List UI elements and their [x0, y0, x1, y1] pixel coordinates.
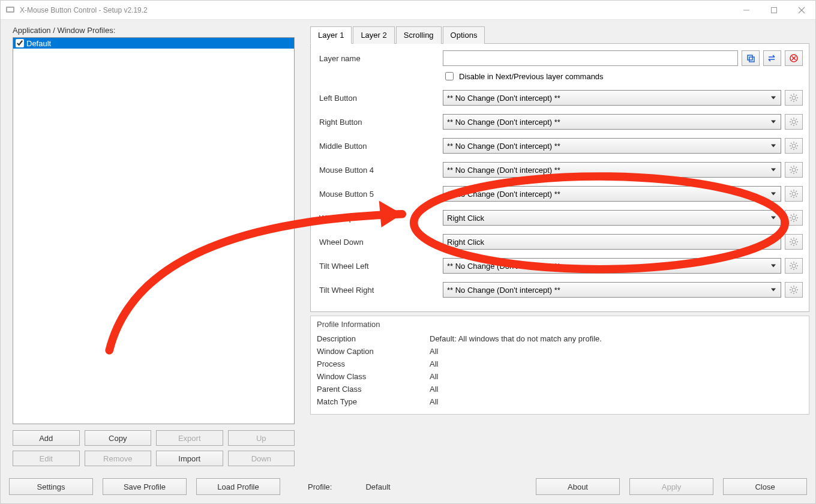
right-panel: Layer 1 Layer 2 Scrolling Options Layer …	[307, 26, 809, 472]
svg-point-11	[792, 96, 796, 100]
wheel-up-combo[interactable]: Right Click	[443, 210, 781, 226]
profile-label: Profile:	[308, 482, 332, 491]
info-description-label: Description	[317, 334, 430, 343]
disable-layer-label: Disable in Next/Previous layer commands	[459, 72, 604, 81]
info-match_type-value: All	[430, 397, 438, 406]
tab-options[interactable]: Options	[443, 26, 485, 44]
svg-point-12	[792, 120, 796, 124]
tabs: Layer 1 Layer 2 Scrolling Options	[310, 26, 809, 44]
info-window_class-label: Window Class	[317, 372, 430, 381]
right-button-label: Right Button	[317, 118, 443, 127]
svg-point-19	[792, 288, 796, 292]
tilt-left-config-button[interactable]	[785, 258, 803, 274]
left-button-combo[interactable]: ** No Change (Don't intercept) **	[443, 90, 781, 106]
profile-info-group: Profile Information Description Default:…	[310, 316, 809, 415]
mouse-button-5-combo[interactable]: ** No Change (Don't intercept) **	[443, 186, 781, 202]
svg-rect-3	[772, 7, 777, 13]
info-window_caption-label: Window Caption	[317, 347, 430, 356]
close-dialog-button[interactable]: Close	[723, 478, 807, 495]
tilt-right-config-button[interactable]	[785, 282, 803, 298]
profile-list[interactable]: Default	[13, 37, 295, 424]
edit-button: Edit	[13, 451, 80, 466]
clear-layer-button[interactable]	[785, 50, 803, 66]
titlebar: X-Mouse Button Control - Setup v2.19.2	[1, 1, 815, 20]
left-button-label: Left Button	[317, 94, 443, 103]
middle-button-label: Middle Button	[317, 142, 443, 151]
tab-body-layer1: Layer name	[310, 44, 809, 312]
copy-layer-button[interactable]	[742, 50, 760, 66]
right-button-config-button[interactable]	[785, 114, 803, 130]
apply-button: Apply	[629, 478, 713, 495]
svg-point-16	[792, 216, 796, 220]
middle-button-config-button[interactable]	[785, 138, 803, 154]
tilt-left-label: Tilt Wheel Left	[317, 262, 443, 271]
info-window_caption-value: All	[430, 347, 438, 356]
maximize-button[interactable]	[760, 1, 788, 20]
right-button-combo[interactable]: ** No Change (Don't intercept) **	[443, 114, 781, 130]
info-match_type-label: Match Type	[317, 397, 430, 406]
mouse-button-4-combo[interactable]: ** No Change (Don't intercept) **	[443, 162, 781, 178]
down-button: Down	[228, 451, 295, 466]
wheel-down-label: Wheel Down	[317, 238, 443, 247]
tab-scrolling[interactable]: Scrolling	[396, 26, 442, 44]
import-button[interactable]: Import	[156, 451, 223, 466]
profile-item-default[interactable]: Default	[13, 38, 294, 49]
layer-name-label: Layer name	[317, 54, 443, 63]
mouse-button-5-config-button[interactable]	[785, 186, 803, 202]
layer-name-input[interactable]	[443, 50, 738, 66]
remove-button: Remove	[85, 451, 152, 466]
wheel-down-config-button[interactable]	[785, 234, 803, 250]
info-description-value: Default: All windows that do not match a…	[430, 334, 602, 343]
copy-button[interactable]: Copy	[85, 430, 152, 446]
wheel-up-label: Wheel Up	[317, 214, 443, 223]
save-profile-button[interactable]: Save Profile	[103, 478, 187, 495]
info-process-label: Process	[317, 359, 430, 368]
profiles-label: Application / Window Profiles:	[13, 26, 301, 35]
tab-layer1[interactable]: Layer 1	[310, 26, 352, 44]
swap-layer-button[interactable]	[763, 50, 781, 66]
info-window_class-value: All	[430, 372, 438, 381]
wheel-down-combo[interactable]: Right Click	[443, 234, 781, 250]
tilt-right-label: Tilt Wheel Right	[317, 286, 443, 295]
profile-current: Default	[365, 482, 526, 491]
svg-point-13	[792, 144, 796, 148]
about-button[interactable]: About	[536, 478, 620, 495]
left-panel: Application / Window Profiles: Default A…	[7, 26, 301, 472]
svg-rect-1	[7, 8, 13, 11]
app-window: X-Mouse Button Control - Setup v2.19.2 A…	[0, 0, 816, 504]
settings-button[interactable]: Settings	[9, 478, 93, 495]
app-icon	[5, 5, 15, 15]
mouse-button-5-label: Mouse Button 5	[317, 190, 443, 199]
svg-rect-6	[748, 55, 752, 60]
info-process-value: All	[430, 359, 438, 368]
profile-item-label: Default	[26, 39, 294, 48]
info-parent_class-value: All	[430, 385, 438, 394]
info-parent_class-label: Parent Class	[317, 385, 430, 394]
add-button[interactable]: Add	[13, 430, 80, 446]
disable-layer-checkbox[interactable]	[445, 72, 454, 80]
window-title: X-Mouse Button Control - Setup v2.19.2	[20, 6, 733, 14]
svg-rect-7	[749, 57, 754, 62]
close-button[interactable]	[788, 1, 815, 20]
tilt-right-combo[interactable]: ** No Change (Don't intercept) **	[443, 282, 781, 298]
tab-layer2[interactable]: Layer 2	[353, 26, 394, 44]
up-button: Up	[228, 430, 295, 446]
profile-info-title: Profile Information	[317, 320, 803, 329]
minimize-button[interactable]	[733, 1, 760, 20]
load-profile-button[interactable]: Load Profile	[196, 478, 280, 495]
profile-checkbox[interactable]	[16, 39, 24, 47]
left-button-config-button[interactable]	[785, 90, 803, 106]
wheel-up-config-button[interactable]	[785, 210, 803, 226]
svg-point-14	[792, 168, 796, 172]
mouse-button-4-config-button[interactable]	[785, 162, 803, 178]
tilt-left-combo[interactable]: ** No Change (Don't intercept) **	[443, 258, 781, 274]
svg-point-15	[792, 192, 796, 196]
svg-point-18	[792, 264, 796, 268]
middle-button-combo[interactable]: ** No Change (Don't intercept) **	[443, 138, 781, 154]
svg-point-17	[792, 240, 796, 244]
export-button: Export	[156, 430, 223, 446]
bottom-bar: Settings Save Profile Load Profile Profi…	[1, 472, 815, 503]
mouse-button-4-label: Mouse Button 4	[317, 166, 443, 175]
